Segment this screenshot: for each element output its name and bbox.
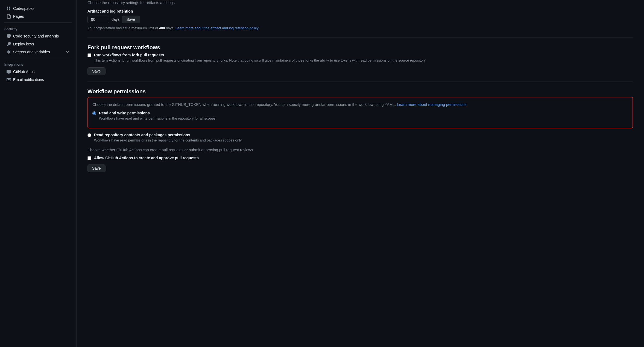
- sidebar: Codespaces Pages Security Code security …: [0, 0, 77, 347]
- radio-read-write-desc: Workflows have read and write permission…: [99, 116, 216, 121]
- device-icon: [7, 70, 11, 74]
- sidebar-item-code-security[interactable]: Code security and analysis: [2, 32, 74, 40]
- artifact-max-days: 400: [159, 26, 165, 30]
- artifact-description: Choose the repository settings for artif…: [87, 0, 633, 6]
- asterisk-icon: [7, 50, 11, 54]
- radio-read-only[interactable]: [87, 133, 91, 137]
- sidebar-item-email-notifications-label: Email notifications: [13, 77, 44, 82]
- fork-section: Fork pull request workflows Run workflow…: [87, 44, 633, 75]
- radio-read-only-desc: Workflows have read permissions in the r…: [94, 138, 242, 143]
- workflow-permissions-learn-more[interactable]: Learn more about managing permissions.: [397, 102, 467, 107]
- key-icon: [7, 42, 11, 46]
- grid-icon: [7, 6, 11, 11]
- svg-rect-0: [7, 7, 8, 8]
- chevron-down-icon: [65, 50, 70, 54]
- section-divider-2: [87, 82, 633, 82]
- fork-checkbox[interactable]: [87, 53, 91, 57]
- sidebar-section-security: Security: [0, 25, 76, 32]
- section-divider-1: [87, 37, 633, 38]
- artifact-section: Choose the repository settings for artif…: [87, 0, 633, 31]
- artifact-input-row: days Save: [87, 16, 633, 23]
- mail-icon: [7, 77, 11, 82]
- svg-rect-3: [9, 8, 10, 10]
- workflow-permissions-section: Workflow permissions Choose the default …: [87, 88, 633, 172]
- fork-save-row: Save: [87, 67, 633, 75]
- days-label: days: [112, 17, 120, 22]
- file-icon: [7, 14, 11, 19]
- allow-pull-requests-desc: Choose whether GitHub Actions can create…: [87, 147, 633, 153]
- sidebar-item-codespaces-label: Codespaces: [13, 6, 34, 11]
- artifact-info: Your organization has set a maximum limi…: [87, 25, 633, 31]
- workflow-permissions-desc: Choose the default permissions granted t…: [92, 102, 628, 108]
- sidebar-item-github-apps[interactable]: GitHub Apps: [2, 68, 74, 76]
- sidebar-item-deploy-keys[interactable]: Deploy keys: [2, 40, 74, 48]
- fork-checkbox-desc: This tells Actions to run workflows from…: [94, 58, 426, 63]
- svg-rect-1: [9, 7, 10, 8]
- svg-rect-2: [7, 8, 8, 10]
- allow-pr-checkbox-label: Allow GitHub Actions to create and appro…: [94, 156, 199, 160]
- radio-read-write[interactable]: [92, 111, 96, 115]
- workflow-permissions-title: Workflow permissions: [87, 88, 633, 95]
- radio-read-write-row: Read and write permissions Workflows hav…: [92, 111, 628, 121]
- artifact-sub-title: Artifact and log retention: [87, 9, 633, 13]
- sidebar-item-deploy-keys-label: Deploy keys: [13, 42, 34, 46]
- main-content: Choose the repository settings for artif…: [77, 0, 644, 347]
- sidebar-item-email-notifications[interactable]: Email notifications: [2, 76, 74, 83]
- allow-pr-checkbox-row: Allow GitHub Actions to create and appro…: [87, 156, 633, 160]
- sidebar-item-codespaces[interactable]: Codespaces: [2, 5, 74, 12]
- fork-checkbox-label: Run workflows from fork pull requests: [94, 53, 426, 57]
- sidebar-item-secrets-label: Secrets and variables: [13, 50, 50, 54]
- artifact-info-text: Your organization has set a maximum limi…: [87, 26, 159, 30]
- radio-read-only-row: Read repository contents and packages pe…: [87, 133, 633, 143]
- fork-save-button[interactable]: Save: [87, 67, 106, 75]
- workflow-permissions-save-button[interactable]: Save: [87, 164, 106, 172]
- radio-read-write-label: Read and write permissions: [99, 111, 216, 115]
- sidebar-section-integrations: Integrations: [0, 60, 76, 68]
- sidebar-divider-2: [4, 58, 72, 58]
- workflow-permissions-desc-text: Choose the default permissions granted t…: [92, 102, 396, 107]
- radio-read-only-label: Read repository contents and packages pe…: [94, 133, 242, 137]
- artifact-save-button[interactable]: Save: [122, 16, 140, 23]
- sidebar-item-pages-label: Pages: [13, 14, 24, 19]
- sidebar-divider-1: [4, 22, 72, 23]
- sidebar-item-pages[interactable]: Pages: [2, 13, 74, 20]
- shield-icon: [7, 34, 11, 38]
- fork-checkbox-row: Run workflows from fork pull requests Th…: [87, 53, 633, 63]
- sidebar-item-github-apps-label: GitHub Apps: [13, 70, 35, 74]
- fork-section-title: Fork pull request workflows: [87, 44, 633, 51]
- workflow-permissions-box: Choose the default permissions granted t…: [87, 97, 633, 128]
- sidebar-item-secrets-variables[interactable]: Secrets and variables: [2, 48, 74, 56]
- sidebar-item-code-security-label: Code security and analysis: [13, 34, 59, 38]
- artifact-learn-more-link[interactable]: Learn more about the artifact and log re…: [175, 26, 259, 30]
- artifact-info-suffix: days.: [165, 26, 175, 30]
- allow-pr-checkbox[interactable]: [87, 156, 91, 160]
- artifact-days-input[interactable]: [87, 16, 109, 23]
